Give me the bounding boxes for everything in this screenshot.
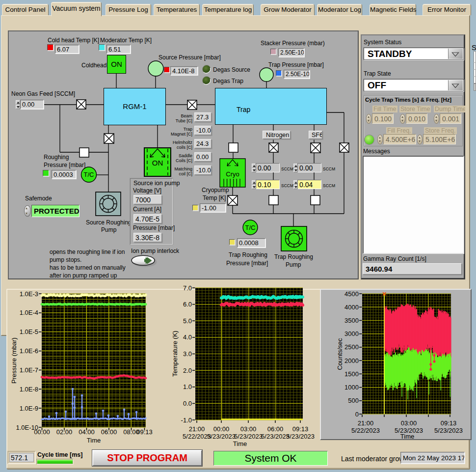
svg-text:2000: 2000 — [344, 357, 359, 364]
svg-text:1.0E-9: 1.0E-9 — [20, 405, 38, 412]
svg-text:4.0: 4.0 — [183, 333, 192, 341]
svg-text:4000: 4000 — [344, 304, 359, 311]
svg-text:1500: 1500 — [344, 370, 359, 378]
svg-text:5.0: 5.0 — [183, 317, 192, 325]
svg-text:1.0: 1.0 — [183, 383, 192, 390]
svg-text:3500: 3500 — [344, 317, 359, 324]
svg-text:5/23/2023: 5/23/2023 — [261, 433, 290, 440]
svg-text:00:00: 00:00 — [213, 425, 230, 433]
svg-text:500: 500 — [348, 397, 359, 404]
svg-text:0.0: 0.0 — [183, 400, 192, 407]
svg-text:1.0E-4: 1.0E-4 — [20, 309, 38, 316]
svg-text:03:00: 03:00 — [401, 419, 417, 427]
svg-text:4500: 4500 — [344, 290, 359, 298]
svg-text:06:00: 06:00 — [101, 428, 117, 436]
svg-text:04:00: 04:00 — [79, 428, 95, 436]
svg-text:Pressure (mbar): Pressure (mbar) — [10, 337, 18, 384]
svg-text:1.0E-6: 1.0E-6 — [20, 347, 38, 355]
svg-text:6.0: 6.0 — [183, 301, 192, 308]
svg-text:1.0E-7: 1.0E-7 — [20, 366, 38, 374]
svg-text:Counts/sec: Counts/sec — [336, 338, 344, 370]
svg-text:09:13: 09:13 — [292, 425, 309, 433]
svg-text:1.0E-8: 1.0E-8 — [20, 386, 38, 393]
svg-text:1000: 1000 — [344, 384, 359, 391]
svg-text:1.0E-3: 1.0E-3 — [20, 290, 38, 298]
svg-text:06:00: 06:00 — [267, 425, 284, 433]
svg-text:1.0E-5: 1.0E-5 — [20, 328, 38, 335]
svg-text:7.0: 7.0 — [183, 284, 192, 292]
svg-text:5/23/2023: 5/23/2023 — [434, 427, 463, 434]
svg-text:Temperature (K): Temperature (K) — [171, 331, 179, 377]
svg-text:5/23/2023: 5/23/2023 — [234, 433, 263, 440]
svg-text:02:00: 02:00 — [56, 428, 73, 436]
svg-text:Time: Time — [233, 440, 247, 447]
svg-text:3.0: 3.0 — [183, 350, 192, 358]
svg-text:5/23/2023: 5/23/2023 — [286, 433, 315, 440]
svg-text:2500: 2500 — [344, 343, 359, 351]
svg-text:09:13: 09:13 — [441, 419, 457, 427]
svg-text:Time: Time — [400, 433, 414, 440]
svg-text:21:00: 21:00 — [189, 425, 205, 433]
svg-text:03:00: 03:00 — [240, 425, 257, 433]
svg-text:21:00: 21:00 — [358, 419, 374, 427]
svg-text:2.0: 2.0 — [183, 367, 192, 374]
svg-text:5/23/2023: 5/23/2023 — [207, 433, 236, 440]
svg-text:Time: Time — [87, 437, 101, 444]
svg-text:0: 0 — [355, 411, 359, 418]
svg-text:00:00: 00:00 — [34, 428, 50, 436]
svg-text:5/22/2023: 5/22/2023 — [351, 427, 380, 434]
svg-text:09:13: 09:13 — [136, 428, 153, 436]
svg-text:3000: 3000 — [344, 330, 359, 337]
svg-text:-1.0: -1.0 — [181, 416, 192, 424]
